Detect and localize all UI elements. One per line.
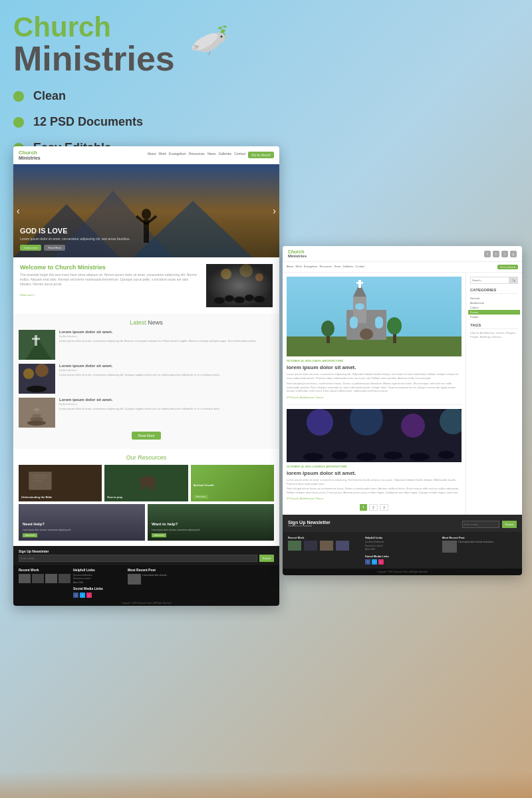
help-label-1: Need Help? xyxy=(23,522,45,526)
mini-footer-col-1: Recent Work xyxy=(19,568,70,598)
blog-nav-goto[interactable]: Go to church xyxy=(497,265,518,269)
blog-cat-general[interactable]: General xyxy=(470,296,518,301)
footer-ig-icon[interactable]: i xyxy=(378,559,384,565)
bullet-icon xyxy=(13,91,24,102)
resource-btn-3[interactable]: learn more xyxy=(194,495,208,499)
svg-point-38 xyxy=(27,386,47,392)
svg-rect-34 xyxy=(32,338,40,340)
help-btn-1[interactable]: learn more xyxy=(23,533,37,537)
help-btn-2[interactable]: learn more xyxy=(152,533,166,537)
mini-hero-btn2[interactable]: Read More xyxy=(44,245,65,251)
blog-nav-about[interactable]: About xyxy=(287,265,293,269)
mini-nav-link-work[interactable]: Work xyxy=(159,152,167,158)
blog-newsletter-email[interactable] xyxy=(462,521,499,528)
mini-nav-goto-btn[interactable]: Go to church xyxy=(248,152,274,158)
mini-nav-link-about[interactable]: About xyxy=(147,152,156,158)
mini-news-title: Latest News xyxy=(19,319,274,326)
news-item-3: Lorem ipsum dolor sit amet. By Architect… xyxy=(19,398,274,428)
blog-search-btn[interactable]: 🔍 xyxy=(509,277,518,284)
svg-rect-33 xyxy=(35,335,37,346)
bullet-icon xyxy=(13,117,24,128)
blog-nav-resources[interactable]: Resources xyxy=(319,265,332,269)
news-img-2 xyxy=(19,364,55,394)
mini-help-row: Need Help? Lorem ipsum dolor sit amet, c… xyxy=(19,504,274,541)
news-item-1: Lorem ipsum dolor sit amet. By Architect… xyxy=(19,330,274,360)
mini-footer-content: Recent Work Helpfull Links Questions & A… xyxy=(19,568,180,598)
mini-logo: Church Ministries xyxy=(19,150,41,160)
help-card-1: Need Help? Lorem ipsum dolor sit amet, c… xyxy=(19,504,145,541)
mini-hero-btn1[interactable]: Learn more xyxy=(20,245,41,251)
mini-logo-ministries: Ministries xyxy=(19,156,41,160)
svg-point-29 xyxy=(239,264,253,277)
blog-footer-social-title: Social Media Links xyxy=(365,555,440,558)
mini-hero-buttons: Learn more Read More xyxy=(20,245,273,251)
blog-nav-galleries[interactable]: Galleries xyxy=(343,265,354,269)
footer-tw-icon[interactable]: t xyxy=(372,559,377,565)
blog-cat-people[interactable]: People xyxy=(470,315,518,319)
svg-line-11 xyxy=(209,51,210,55)
svg-point-81 xyxy=(438,451,454,459)
blog-post1-text: Lorem ipsum dolor sit amet, consectetur … xyxy=(287,372,462,380)
blog-nav-evangelism[interactable]: Evangelism xyxy=(304,265,318,269)
mini-logo-church: Church xyxy=(19,150,41,156)
news-more-button[interactable]: Read More xyxy=(132,432,162,440)
svg-point-2 xyxy=(220,36,222,38)
screenshot-left: Church Ministries About Work Evangelism … xyxy=(13,146,279,606)
twitter-icon: t xyxy=(493,251,499,257)
page-3[interactable]: 3 xyxy=(380,504,388,511)
mini-newsletter-btn[interactable]: Submit xyxy=(259,555,274,562)
footer-link-staff[interactable]: About Staff xyxy=(365,548,440,551)
mini-nav-link-news[interactable]: News xyxy=(207,152,216,158)
blog-newsletter-sub: Subscribe to our newsletter xyxy=(288,525,458,527)
mini-hero-subtitle: Lorem ipsum dolor sit amet, consectetur … xyxy=(20,237,273,241)
news-content-1: Lorem ipsum dolor sit amet. By Architect… xyxy=(59,330,257,360)
logo-church: Church xyxy=(13,13,175,41)
blog-post1-title: lorem ipsum dolor sit amet. xyxy=(287,364,462,370)
mini-nav-link-evangelism[interactable]: Evangelism xyxy=(169,152,186,158)
blog-cat-events[interactable]: Events xyxy=(468,310,520,315)
blog-cat-culture[interactable]: Culture xyxy=(470,305,518,310)
news-content-3: Lorem ipsum dolor sit amet. By Architect… xyxy=(59,398,220,428)
blog-content-row: OCTOBER 14, 2016 | FAITH, ARCHITECTURE l… xyxy=(283,273,522,515)
blog-post2-meta: OCTOBER 14, 2016 | CHURCH, ARCHITECTURE xyxy=(287,465,462,468)
mini-welcome-readmore[interactable]: Read more » xyxy=(20,293,35,297)
svg-point-77 xyxy=(332,452,348,460)
help-label-2: Want to help? xyxy=(152,522,178,526)
svg-rect-66 xyxy=(360,329,373,340)
mini-nav-link-contact[interactable]: Contact xyxy=(234,152,245,158)
blog-copyright: Copyright © 2016 Userpose Theme. All Rig… xyxy=(283,569,522,575)
blog-newsletter: Sign Up Newsletter Subscribe to our news… xyxy=(283,515,522,532)
mini-nav-link-resources[interactable]: Resources xyxy=(189,152,205,158)
pagination: 1 2 3 xyxy=(287,504,462,511)
svg-point-23 xyxy=(214,297,225,304)
blog-newsletter-submit[interactable]: Submit xyxy=(502,521,517,528)
news-item-2: Lorem ipsum dolor sit amet. By Architect… xyxy=(19,364,274,394)
feature-item-psd: 12 PSD Documents xyxy=(13,115,293,129)
blog-tags-text: Church, Architecture, Culture, Religion,… xyxy=(470,331,518,339)
help-sub-2: Lorem ipsum dolor sit amet, consectetur … xyxy=(152,529,200,531)
blog-nav-work[interactable]: Work xyxy=(295,265,301,269)
mini-nav-link-galleries[interactable]: Galleries xyxy=(218,152,231,158)
blog-search-input[interactable] xyxy=(470,277,509,284)
svg-point-79 xyxy=(384,452,402,460)
mini-welcome-text: Welcome to Church Ministries The example… xyxy=(20,264,201,307)
footer-fb-icon[interactable]: f xyxy=(365,559,370,565)
blog-cat-architecture[interactable]: Architecture xyxy=(470,301,518,305)
blog-nav-news[interactable]: News xyxy=(334,265,341,269)
pinterest-icon: p xyxy=(510,251,517,257)
svg-rect-63 xyxy=(350,317,358,329)
svg-point-26 xyxy=(245,295,254,301)
logo-ministries: Ministries xyxy=(13,41,175,76)
svg-point-74 xyxy=(401,414,425,438)
blog-search: 🔍 xyxy=(470,277,518,284)
svg-marker-6 xyxy=(190,47,197,51)
page-1[interactable]: 1 xyxy=(360,504,367,511)
blog-post1-tags: 🏷 Church, Architecture, Future xyxy=(287,396,462,399)
mini-hero-next[interactable]: › xyxy=(273,205,276,216)
mini-hero-prev[interactable]: ‹ xyxy=(17,205,20,216)
blog-post2-title: lorem ipsum dolor sit amet. xyxy=(287,470,462,476)
mini-newsletter-input[interactable] xyxy=(19,555,257,562)
blog-footer-links: Helpfull Links Questions & Answers Direc… xyxy=(365,536,440,564)
blog-nav-contact[interactable]: Contact xyxy=(355,265,364,269)
page-2[interactable]: 2 xyxy=(369,504,378,511)
